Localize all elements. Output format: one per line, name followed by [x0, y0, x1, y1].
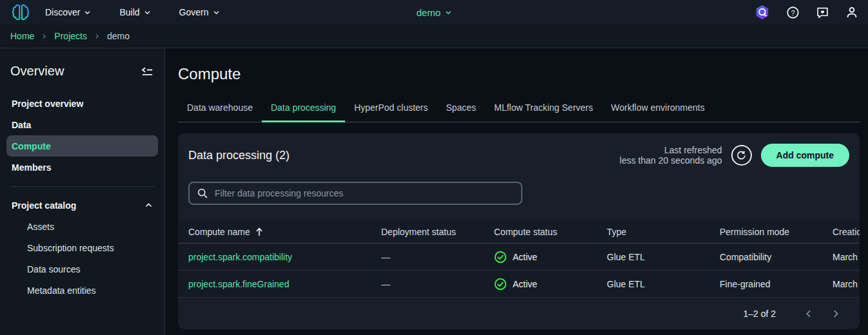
compute-table: Compute name Deployment status Compute s… — [178, 220, 860, 298]
menu-discover-label: Discover — [45, 7, 80, 17]
sidebar: Overview Project overview Data Compute M… — [0, 48, 165, 335]
top-navigation-bar: Discover Build Govern demo ? — [0, 0, 868, 24]
svg-text:?: ? — [791, 8, 794, 16]
deployment-status-value: — — [381, 279, 494, 289]
compute-name-link[interactable]: project.spark.compatibility — [188, 252, 292, 262]
status-label: Active — [513, 279, 537, 289]
column-header-type[interactable]: Type — [607, 227, 720, 237]
brain-logo-icon — [11, 3, 30, 21]
sidebar-item-metadata-entities[interactable]: Metadata entities — [6, 280, 158, 301]
pagination: 1–2 of 2 — [178, 298, 860, 329]
main-content: Compute Data warehouse Data processing H… — [165, 48, 868, 335]
last-refreshed-line1: Last refreshed — [620, 145, 722, 155]
table-header-row: Compute name Deployment status Compute s… — [178, 220, 860, 244]
feedback-icon — [816, 6, 829, 19]
amazon-q-icon — [755, 5, 769, 20]
page-title: Compute — [178, 64, 860, 84]
tab-mlflow-tracking-servers[interactable]: MLflow Tracking Servers — [485, 94, 602, 122]
permission-mode-value: Fine-grained — [720, 279, 833, 289]
tab-spaces[interactable]: Spaces — [437, 94, 486, 122]
column-header-permission-mode[interactable]: Permission mode — [720, 227, 833, 237]
menu-discover[interactable]: Discover — [45, 7, 91, 17]
sort-ascending-icon — [255, 227, 263, 236]
app-logo[interactable] — [10, 3, 31, 22]
user-account-button[interactable] — [846, 6, 858, 18]
project-selector-label: demo — [417, 7, 441, 18]
table-row: project.spark.fineGrained — Active Glue … — [178, 271, 860, 298]
creation-value: March 1 — [833, 279, 860, 289]
menu-govern-label: Govern — [179, 7, 209, 17]
refresh-button[interactable] — [731, 145, 752, 166]
status-active-icon — [494, 251, 507, 263]
tab-bar: Data warehouse Data processing HyperPod … — [178, 94, 860, 122]
tab-data-processing[interactable]: Data processing — [262, 94, 345, 122]
chevron-down-icon — [84, 9, 91, 16]
pagination-prev-button[interactable] — [799, 307, 818, 321]
chevron-down-icon — [444, 9, 451, 16]
sidebar-divider — [10, 186, 154, 187]
help-button[interactable]: ? — [787, 6, 799, 19]
type-value: Glue ETL — [607, 279, 720, 289]
tab-data-warehouse[interactable]: Data warehouse — [178, 94, 262, 122]
pagination-next-button[interactable] — [826, 307, 845, 321]
panel-title: Data processing (2) — [188, 149, 290, 162]
breadcrumb: Home Projects demo — [0, 24, 868, 48]
filter-input[interactable] — [215, 188, 513, 198]
add-compute-button[interactable]: Add compute — [761, 144, 849, 167]
sidebar-item-project-catalog[interactable]: Project catalog — [6, 195, 158, 216]
compute-status-cell: Active — [494, 251, 607, 263]
collapse-panel-icon — [142, 67, 153, 76]
search-icon — [197, 188, 208, 198]
help-icon: ? — [787, 6, 799, 19]
creation-value: March 1 — [833, 252, 860, 262]
column-header-compute-name[interactable]: Compute name — [188, 227, 381, 237]
compute-name-link[interactable]: project.spark.fineGrained — [188, 279, 289, 289]
status-label: Active — [513, 252, 537, 262]
project-selector[interactable]: demo — [417, 0, 452, 24]
sidebar-item-subscription-requests[interactable]: Subscription requests — [6, 237, 158, 258]
sidebar-collapse-button[interactable] — [141, 66, 154, 77]
sidebar-item-compute[interactable]: Compute — [6, 135, 158, 157]
menu-build-label: Build — [119, 7, 139, 17]
sidebar-item-data[interactable]: Data — [6, 114, 158, 135]
sidebar-item-assets[interactable]: Assets — [6, 216, 158, 237]
data-processing-panel: Data processing (2) Last refreshed less … — [178, 133, 860, 329]
last-refreshed-text: Last refreshed less than 20 seconds ago — [620, 145, 722, 166]
column-header-creation[interactable]: Creation — [833, 227, 860, 237]
deployment-status-value: — — [381, 252, 494, 262]
sidebar-title: Overview — [10, 64, 64, 79]
table-row: project.spark.compatibility — Active Glu… — [178, 244, 860, 271]
refresh-icon — [736, 151, 746, 160]
column-header-deployment-status[interactable]: Deployment status — [381, 227, 494, 237]
breadcrumb-home[interactable]: Home — [10, 31, 34, 41]
menu-govern[interactable]: Govern — [179, 7, 220, 17]
chevron-left-icon — [804, 309, 813, 318]
breadcrumb-current: demo — [107, 31, 130, 41]
breadcrumb-projects[interactable]: Projects — [54, 31, 87, 41]
last-refreshed-line2: less than 20 seconds ago — [620, 155, 722, 166]
chevron-up-icon — [144, 201, 153, 209]
tab-workflow-environments[interactable]: Workflow environments — [602, 94, 714, 122]
top-menus: Discover Build Govern — [45, 7, 220, 17]
feedback-button[interactable] — [816, 6, 829, 19]
chevron-down-icon — [213, 9, 220, 16]
sidebar-item-project-overview[interactable]: Project overview — [6, 93, 158, 114]
topbar-actions: ? — [755, 5, 858, 20]
chevron-right-icon — [831, 309, 840, 318]
status-active-icon — [494, 278, 507, 291]
tab-hyperpod-clusters[interactable]: HyperPod clusters — [345, 94, 437, 122]
type-value: Glue ETL — [607, 252, 720, 262]
project-catalog-label: Project catalog — [12, 200, 76, 211]
amazon-q-button[interactable] — [755, 5, 769, 20]
sidebar-item-members[interactable]: Members — [6, 157, 158, 178]
chevron-down-icon — [144, 9, 151, 16]
filter-input-container — [188, 182, 522, 205]
pagination-label: 1–2 of 2 — [743, 309, 776, 319]
column-label: Compute name — [188, 227, 250, 237]
sidebar-nav: Project overview Data Compute Members Pr… — [6, 93, 158, 301]
menu-build[interactable]: Build — [119, 7, 150, 17]
compute-status-cell: Active — [494, 278, 607, 291]
user-icon — [846, 6, 858, 18]
sidebar-item-data-sources[interactable]: Data sources — [6, 258, 158, 280]
column-header-compute-status[interactable]: Compute status — [494, 227, 607, 237]
